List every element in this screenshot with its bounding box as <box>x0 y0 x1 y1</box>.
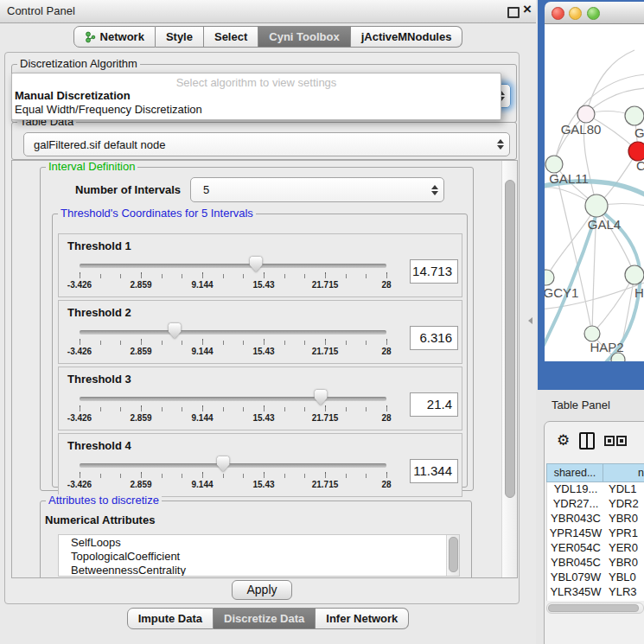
tab-discretize-data[interactable]: Discretize Data <box>214 608 316 629</box>
network-graph: GAL80GACGAL11GAL4GCY1HHAP2 <box>545 24 644 361</box>
table-row[interactable]: YIL052CYIL0 <box>547 600 644 601</box>
tab-infer-network[interactable]: Infer Network <box>316 608 409 629</box>
table-hscrollbar[interactable] <box>546 603 644 614</box>
threshold-label: Threshold 2 <box>67 306 131 319</box>
network-node-label: GAL11 <box>549 171 589 186</box>
threshold-slider-thumb[interactable] <box>217 456 230 472</box>
attribute-item[interactable]: TopologicalCoefficient <box>59 550 446 564</box>
threshold-slider-track[interactable] <box>80 264 386 268</box>
scale-tick-label: 2.859 <box>130 347 151 356</box>
tab-select[interactable]: Select <box>204 26 258 48</box>
split-columns-icon[interactable] <box>579 432 595 450</box>
list-scrollbar-thumb[interactable] <box>449 537 458 572</box>
scale-tick-label: 9.144 <box>191 280 213 290</box>
table-row[interactable]: YPR145WYPR1 <box>547 526 644 541</box>
network-node-label: GAL80 <box>561 122 602 137</box>
list-scrollbar[interactable] <box>446 535 459 576</box>
attributes-group: Attributes to discretize Numerical Attri… <box>40 501 472 578</box>
tab-network[interactable]: Network <box>73 26 156 48</box>
table-panel: ⚙ shared... n YDL19...YDL1YDR27...YDR2YB… <box>544 421 644 644</box>
network-node-green[interactable] <box>625 265 644 284</box>
slider-scale-labels: -3.4262.8599.14415.4321.71528 <box>80 347 386 357</box>
network-node-green[interactable] <box>625 106 644 125</box>
threshold-slider-track[interactable] <box>80 463 386 468</box>
threshold-slider-thumb[interactable] <box>315 390 328 405</box>
top-tab-bar: NetworkStyleSelectCyni ToolboxjActiveMNo… <box>0 26 536 48</box>
network-node-green[interactable] <box>545 156 563 173</box>
algorithm-dropdown-popup: Select algorithm to view settings Manual… <box>11 73 501 120</box>
threshold-slider-track[interactable] <box>80 330 386 335</box>
tab-jactivemnodules[interactable]: jActiveMNodules <box>351 26 463 48</box>
column-header-name[interactable]: n <box>603 463 644 482</box>
table-row[interactable]: YBR045CYBR0 <box>547 556 644 571</box>
node-table: shared... n YDL19...YDL1YDR27...YDR2YBR0… <box>546 463 644 601</box>
pane-scrollbar[interactable] <box>501 161 517 577</box>
scale-tick-label: 15.43 <box>252 347 274 356</box>
tab-style[interactable]: Style <box>156 26 204 48</box>
combo-arrows-icon <box>426 185 443 195</box>
network-node-label: H <box>634 285 644 300</box>
minimize-traffic-light-icon[interactable] <box>569 7 582 20</box>
threshold-value-field[interactable]: 21.4 <box>410 392 458 417</box>
table-row[interactable]: YER054CYER0 <box>547 541 644 556</box>
threshold-row: Threshold 4 -3.4262.8599.14415.4321.7152… <box>58 433 462 497</box>
settings-gear-icon[interactable]: ⚙ <box>557 433 570 449</box>
algorithm-popup-hint: Select algorithm to view settings <box>12 76 501 89</box>
scale-tick-label: 15.43 <box>252 480 274 489</box>
tab-cyni-toolbox[interactable]: Cyni Toolbox <box>258 26 350 48</box>
network-window-titlebar <box>545 2 644 24</box>
close-icon[interactable]: × <box>523 1 532 18</box>
app-root: Control Panel × NetworkStyleSelectCyni T… <box>0 0 644 644</box>
threshold-slider-thumb[interactable] <box>250 257 263 272</box>
tab-impute-data[interactable]: Impute Data <box>127 608 214 629</box>
float-window-icon[interactable] <box>507 7 520 18</box>
scale-tick-label: 28 <box>381 480 391 489</box>
threshold-row: Threshold 2 -3.4262.8599.14415.4321.7152… <box>58 300 462 364</box>
threshold-row: Threshold 3 -3.4262.8599.14415.4321.7152… <box>58 367 462 430</box>
number-of-intervals-label: Number of Intervals <box>75 183 181 196</box>
network-node-green[interactable] <box>545 270 554 285</box>
network-edge[interactable] <box>592 275 634 334</box>
network-node-pink[interactable] <box>577 105 595 123</box>
table-row[interactable]: YBR043CYBR0 <box>547 512 644 526</box>
threshold-slider-track[interactable] <box>80 397 386 401</box>
threshold-row: Threshold 1 -3.4262.8599.14415.4321.7152… <box>58 233 462 297</box>
network-edge[interactable] <box>586 50 634 114</box>
table-row[interactable]: YDR27...YDR2 <box>547 497 644 512</box>
scale-tick-label: 28 <box>381 347 391 356</box>
column-visibility-icon[interactable] <box>604 436 627 446</box>
table-data-combobox[interactable]: galFiltered.sif default node <box>23 132 510 156</box>
panel-title: Control Panel <box>7 4 75 17</box>
table-hscrollbar-thumb[interactable] <box>548 604 639 612</box>
number-of-intervals-combobox[interactable]: 5 <box>190 177 444 202</box>
attribute-items: SelfLoopsTopologicalCoefficientBetweenne… <box>59 536 446 577</box>
slider-minor-ticks <box>80 274 388 278</box>
threshold-label: Threshold 1 <box>67 239 131 252</box>
thresholds-group-label: Threshold's Coordinates for 5 Intervals <box>58 207 256 220</box>
pane-scrollbar-thumb[interactable] <box>505 180 515 498</box>
algorithm-option[interactable]: Manual Discretization <box>15 89 131 103</box>
attribute-item[interactable]: SelfLoops <box>59 536 446 550</box>
threshold-value-field[interactable]: 6.316 <box>410 326 458 350</box>
algorithm-option[interactable]: Equal Width/Frequency Discretization <box>15 103 202 117</box>
attribute-item[interactable]: BetweennessCentrality <box>59 564 446 577</box>
apply-button[interactable]: Apply <box>232 580 292 600</box>
scale-tick-label: 9.144 <box>191 480 213 489</box>
threshold-slider-thumb[interactable] <box>169 323 182 339</box>
table-row[interactable]: YLR345WYLR3 <box>547 585 644 600</box>
network-node-green[interactable] <box>585 194 608 217</box>
scale-tick-label: 28 <box>381 413 391 423</box>
close-traffic-light-icon[interactable] <box>552 7 564 20</box>
slider-scale-labels: -3.4262.8599.14415.4321.71528 <box>80 413 386 424</box>
table-row[interactable]: YDL19...YDL1 <box>547 482 644 497</box>
zoom-traffic-light-icon[interactable] <box>587 7 600 20</box>
network-node-label: GAL4 <box>588 217 621 232</box>
table-row[interactable]: YBL079WYBL0 <box>547 571 644 585</box>
control-panel-titlebar <box>0 0 536 23</box>
threshold-value-field[interactable]: 11.344 <box>410 459 458 483</box>
network-view-window: GAL80GACGAL11GAL4GCY1HHAP2 <box>538 0 644 390</box>
column-header-shared-name[interactable]: shared... <box>546 463 603 482</box>
threshold-value-field[interactable]: 14.713 <box>410 259 458 284</box>
network-canvas[interactable]: GAL80GACGAL11GAL4GCY1HHAP2 <box>545 24 644 361</box>
splitter-collapse-icon[interactable] <box>528 317 532 324</box>
